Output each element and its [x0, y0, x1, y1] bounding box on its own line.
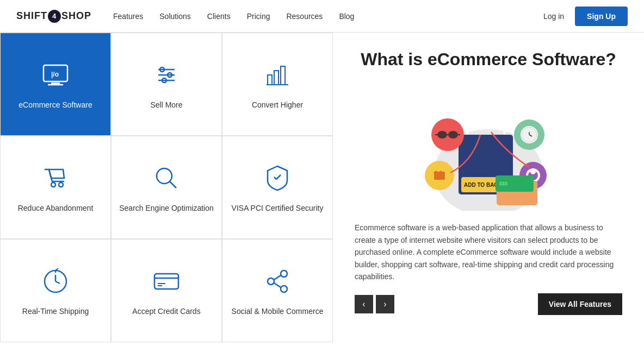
logo[interactable]: SHIFT 4 SHOP [16, 10, 91, 23]
cart-icon [39, 162, 72, 197]
svg-line-23 [55, 281, 60, 284]
grid-row: Reduce Abandonment Search Engine Optimiz… [0, 136, 333, 239]
card-icon [150, 265, 183, 300]
svg-point-39 [448, 131, 458, 139]
nav-link-solutions[interactable]: Solutions [159, 12, 191, 21]
svg-point-52 [530, 169, 536, 174]
svg-line-19 [276, 175, 281, 179]
nav-link-resources[interactable]: Resources [286, 12, 323, 21]
svg-point-30 [281, 270, 287, 277]
monitor-icon: |/o [39, 59, 72, 93]
nav-link-pricing[interactable]: Pricing [247, 12, 270, 21]
grid-cell-reduce-abandonment[interactable]: Reduce Abandonment [0, 136, 111, 239]
nav-links: FeaturesSolutionsClientsPricingResources… [113, 12, 543, 21]
svg-point-15 [59, 183, 63, 187]
login-button[interactable]: Log in [543, 12, 564, 21]
svg-rect-49 [434, 172, 445, 180]
nav-link-features[interactable]: Features [113, 12, 143, 21]
signup-button[interactable]: Sign Up [575, 7, 628, 26]
view-all-features-button[interactable]: View All Features [538, 293, 622, 315]
cell-label: VISA PCI Certified Security [232, 203, 324, 213]
cell-label: Accept Credit Cards [132, 306, 200, 316]
main-container: |/o eCommerce Software Sell More Convert… [0, 33, 644, 342]
logo-shop: SHOP [61, 10, 91, 22]
cell-label: Social & Mobile Commerce [232, 306, 324, 316]
svg-point-38 [437, 131, 447, 139]
feature-grid: |/o eCommerce Software Sell More Convert… [0, 33, 333, 342]
svg-line-34 [274, 283, 281, 287]
navbar: SHIFT 4 SHOP FeaturesSolutionsClientsPri… [0, 0, 644, 33]
svg-point-32 [281, 286, 287, 292]
right-panel: What is eCommerce Software? [333, 33, 644, 342]
cell-label: Reduce Abandonment [18, 203, 94, 213]
bottom-bar: ‹ › View All Features [355, 293, 622, 315]
svg-rect-26 [154, 274, 178, 289]
grid-row: |/o eCommerce Software Sell More Convert… [0, 33, 333, 136]
svg-text:|/o: |/o [51, 71, 59, 78]
grid-cell-visa-pci[interactable]: VISA PCI Certified Security [222, 136, 333, 239]
nav-arrows: ‹ › [355, 295, 394, 313]
svg-point-14 [51, 183, 55, 187]
logo-4: 4 [48, 10, 61, 23]
nav-link-clients[interactable]: Clients [207, 12, 231, 21]
grid-cell-real-time-shipping[interactable]: Real-Time Shipping [0, 239, 111, 342]
search-icon [150, 162, 183, 197]
svg-rect-10 [268, 75, 272, 85]
next-button[interactable]: › [376, 295, 394, 313]
panel-title: What is eCommerce Software? [355, 49, 622, 70]
svg-rect-12 [281, 66, 285, 85]
share-icon [261, 265, 294, 300]
sliders-icon [150, 59, 183, 93]
cell-label: Sell More [150, 100, 182, 110]
grid-cell-sell-more[interactable]: Sell More [111, 33, 222, 136]
svg-point-16 [157, 168, 172, 184]
prev-button[interactable]: ‹ [355, 295, 373, 313]
nav-link-blog[interactable]: Blog [339, 12, 354, 21]
cell-label: Real-Time Shipping [22, 306, 89, 316]
svg-line-17 [170, 181, 176, 188]
illustration-area: ADD TO BAG ✓ $$$ [355, 80, 622, 211]
svg-rect-11 [274, 71, 278, 85]
description-text: Ecommerce software is a web-based applic… [355, 222, 622, 282]
grid-cell-convert-higher[interactable]: Convert Higher [222, 33, 333, 136]
illustration-svg: ADD TO BAG ✓ $$$ [396, 80, 581, 211]
cell-label: eCommerce Software [18, 100, 92, 110]
svg-text:$$$: $$$ [499, 181, 507, 186]
cell-label: Search Engine Optimization [119, 203, 214, 213]
svg-text:ADD TO BAG: ADD TO BAG [464, 182, 498, 188]
logo-shift: SHIFT [16, 10, 47, 22]
nav-right: Log in Sign Up [543, 7, 628, 26]
clock-icon [39, 265, 72, 300]
cell-label: Convert Higher [252, 100, 303, 110]
grid-cell-accept-credit-cards[interactable]: Accept Credit Cards [111, 239, 222, 342]
shield-icon [261, 162, 294, 197]
grid-row: Real-Time Shipping Accept Credit Cards S… [0, 239, 333, 342]
grid-cell-seo[interactable]: Search Engine Optimization [111, 136, 222, 239]
svg-point-31 [268, 278, 274, 285]
svg-line-33 [274, 275, 281, 280]
grid-cell-ecommerce-software[interactable]: |/o eCommerce Software [0, 33, 111, 136]
grid-cell-social-mobile[interactable]: Social & Mobile Commerce [222, 239, 333, 342]
bar-chart-icon [261, 59, 294, 93]
